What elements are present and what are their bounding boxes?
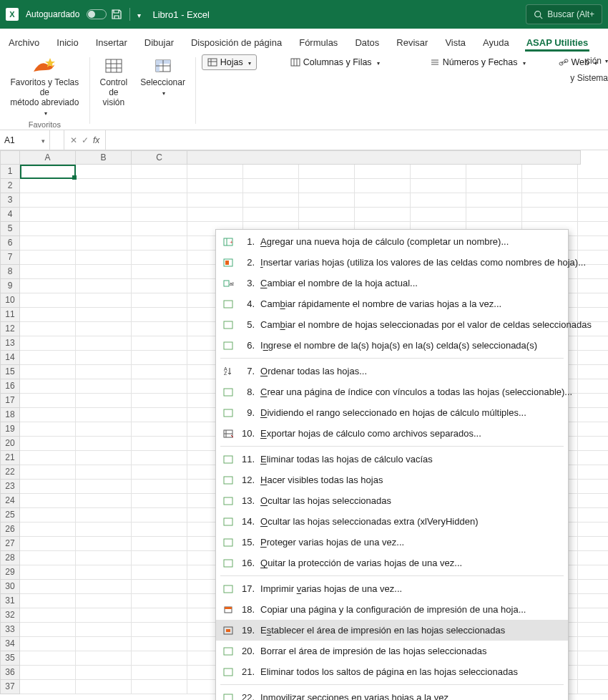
row-header[interactable]: 35 <box>0 651 20 666</box>
cell[interactable] <box>411 179 466 193</box>
cell[interactable] <box>578 165 608 179</box>
cell[interactable] <box>20 422 76 437</box>
cell[interactable] <box>132 522 187 537</box>
row-header[interactable]: 33 <box>0 623 20 637</box>
cell[interactable] <box>20 394 76 408</box>
column-header[interactable]: B <box>76 150 132 165</box>
row-header[interactable]: 3 <box>0 193 20 208</box>
row-header[interactable]: 20 <box>0 437 20 451</box>
row-header[interactable]: 1 <box>0 165 20 179</box>
row-header[interactable]: 9 <box>0 279 20 293</box>
cell[interactable] <box>578 680 608 694</box>
cell[interactable] <box>20 623 76 637</box>
cell[interactable] <box>20 408 76 422</box>
numeros-fechas-dropdown[interactable]: Números y Fechas <box>425 55 531 69</box>
cell[interactable] <box>411 193 466 208</box>
cell[interactable] <box>20 651 76 666</box>
menu-item[interactable]: 2.Insertar varias hojas (utiliza los val… <box>216 252 568 273</box>
row-header[interactable]: 6 <box>0 236 20 251</box>
row-header[interactable]: 10 <box>0 293 20 308</box>
cell[interactable] <box>20 465 76 480</box>
cell[interactable] <box>132 193 187 208</box>
cell[interactable] <box>132 351 187 365</box>
cell[interactable] <box>578 465 608 480</box>
cell[interactable] <box>466 165 522 179</box>
formula-input[interactable] <box>106 130 608 150</box>
cell[interactable] <box>578 351 608 365</box>
cell[interactable] <box>132 336 187 351</box>
fx-icon[interactable]: fx <box>93 135 99 145</box>
menu-item[interactable]: 17.Imprimir varias hojas de una vez... <box>216 578 568 599</box>
cell[interactable] <box>299 193 355 208</box>
cell[interactable] <box>132 651 187 666</box>
cell[interactable] <box>522 165 578 179</box>
tab-asap-utilities[interactable]: ASAP Utilities <box>525 33 589 52</box>
cell[interactable] <box>20 308 76 322</box>
tab-formulas[interactable]: Fórmulas <box>298 33 339 52</box>
cell[interactable] <box>578 208 608 222</box>
menu-item[interactable]: 14.Ocultar las hojas seleccionadas extra… <box>216 511 568 532</box>
cell[interactable] <box>243 193 299 208</box>
cell[interactable] <box>578 422 608 437</box>
row-header[interactable]: 23 <box>0 480 20 494</box>
cell[interactable] <box>578 179 608 193</box>
cell[interactable] <box>132 222 187 236</box>
cell[interactable] <box>76 623 132 637</box>
cell[interactable] <box>20 580 76 594</box>
cell[interactable] <box>578 580 608 594</box>
cell[interactable] <box>132 279 187 293</box>
cell[interactable] <box>578 508 608 522</box>
row-header[interactable]: 7 <box>0 251 20 265</box>
cell[interactable] <box>132 623 187 637</box>
menu-item[interactable]: 11.Eliminar todas las hojas de cálculo v… <box>216 449 568 470</box>
save-icon[interactable] <box>111 9 122 20</box>
cell[interactable] <box>132 565 187 580</box>
cell[interactable] <box>187 165 243 179</box>
trunc-label-bottom[interactable]: y Sistema <box>570 73 608 83</box>
cell[interactable] <box>20 251 76 265</box>
cell[interactable] <box>76 494 132 508</box>
row-header[interactable]: 2 <box>0 179 20 193</box>
cell[interactable] <box>76 336 132 351</box>
search-box[interactable]: Buscar (Alt+ <box>526 4 602 24</box>
quick-access-dropdown[interactable] <box>137 8 141 21</box>
cell[interactable] <box>20 637 76 651</box>
cell[interactable] <box>132 379 187 394</box>
cell[interactable] <box>578 222 608 236</box>
menu-item[interactable]: 9.Dividiendo el rango seleccionado en ho… <box>216 402 568 423</box>
cell[interactable] <box>466 179 522 193</box>
favoritos-button[interactable]: Favoritos y Teclas de método abreviado <box>7 54 82 119</box>
cell[interactable] <box>132 236 187 251</box>
menu-item[interactable]: 12.Hacer visibles todas las hojas <box>216 470 568 490</box>
cell[interactable] <box>20 551 76 565</box>
column-header[interactable]: C <box>132 150 187 165</box>
cell[interactable] <box>76 365 132 379</box>
menu-item[interactable]: 10.Exportar hojas de cálculo como archiv… <box>216 423 568 444</box>
row-header[interactable]: 8 <box>0 265 20 279</box>
menu-item[interactable]: 4.Cambiar rápidamente el nombre de varia… <box>216 293 568 314</box>
menu-item[interactable]: +1.Agregar una nueva hoja de cálculo (co… <box>216 231 568 252</box>
column-header[interactable]: A <box>20 150 76 165</box>
cell[interactable] <box>578 293 608 308</box>
cell[interactable] <box>76 451 132 465</box>
cell[interactable] <box>355 193 411 208</box>
autosave-toggle[interactable] <box>87 9 107 19</box>
cell[interactable] <box>76 594 132 608</box>
control-vision-button[interactable]: Control de visión <box>97 54 131 109</box>
hojas-dropdown[interactable]: Hojas <box>202 54 257 70</box>
cell[interactable] <box>20 379 76 394</box>
menu-item[interactable]: 5.Cambiar el nombre de hojas seleccionad… <box>216 314 568 335</box>
tab-vista[interactable]: Vista <box>443 33 467 52</box>
row-header[interactable]: 29 <box>0 565 20 580</box>
cell[interactable] <box>466 193 522 208</box>
cell[interactable] <box>578 480 608 494</box>
cell[interactable] <box>20 451 76 465</box>
row-header[interactable]: 18 <box>0 408 20 422</box>
cell[interactable] <box>20 508 76 522</box>
cell[interactable] <box>20 208 76 222</box>
menu-item[interactable]: 22.Inmovilizar secciones en varias hojas… <box>216 687 568 700</box>
cell[interactable] <box>132 265 187 279</box>
name-box[interactable]: A1 <box>0 130 50 150</box>
trunc-label-top[interactable]: ción <box>586 56 608 66</box>
cell[interactable] <box>187 208 243 222</box>
